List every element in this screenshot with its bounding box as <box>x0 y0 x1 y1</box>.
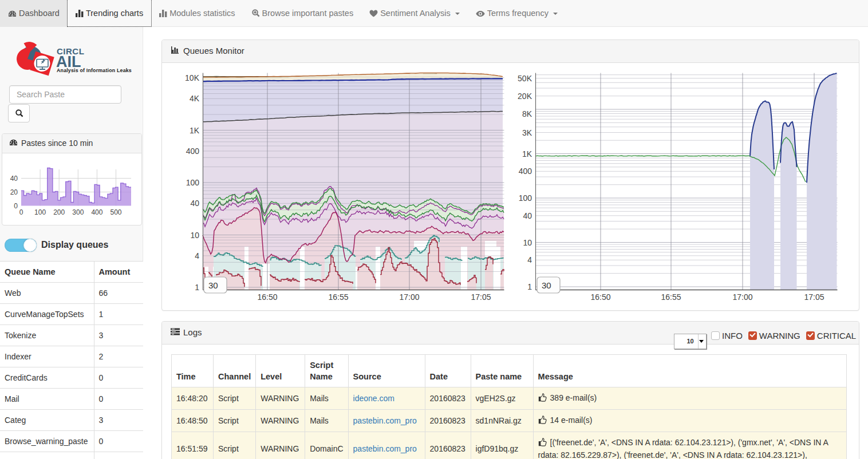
svg-text:1: 1 <box>527 282 532 291</box>
svg-text:16:55: 16:55 <box>661 292 681 302</box>
svg-text:10K: 10K <box>185 73 200 82</box>
svg-text:3K: 3K <box>522 128 532 137</box>
svg-text:4: 4 <box>195 251 199 260</box>
svg-text:500: 500 <box>110 208 121 216</box>
svg-text:0: 0 <box>14 202 18 210</box>
svg-text:40: 40 <box>190 199 199 208</box>
svg-text:17:05: 17:05 <box>804 292 824 302</box>
svg-text:16:50: 16:50 <box>590 292 610 302</box>
svg-text:10: 10 <box>190 231 199 240</box>
svg-text:0: 0 <box>19 208 23 216</box>
svg-text:100: 100 <box>186 178 200 187</box>
svg-text:30: 30 <box>208 280 218 290</box>
svg-text:30: 30 <box>542 280 551 290</box>
svg-text:4K: 4K <box>190 94 200 103</box>
svg-text:200: 200 <box>53 208 65 216</box>
svg-text:400: 400 <box>519 167 532 176</box>
svg-text:Analysis of Information Leaks: Analysis of Information Leaks <box>57 68 132 73</box>
svg-text:4: 4 <box>527 255 532 264</box>
svg-text:10: 10 <box>523 238 532 247</box>
svg-text:8K: 8K <box>522 109 532 118</box>
svg-text:100: 100 <box>519 193 532 203</box>
svg-text:40: 40 <box>10 175 18 183</box>
svg-text:17:00: 17:00 <box>732 292 752 302</box>
svg-text:1: 1 <box>195 283 199 292</box>
svg-text:100: 100 <box>34 208 46 216</box>
svg-text:1K: 1K <box>190 126 200 135</box>
svg-text:400: 400 <box>91 208 102 216</box>
svg-text:1K: 1K <box>522 149 532 159</box>
svg-text:50K: 50K <box>518 74 532 83</box>
svg-text:40: 40 <box>523 211 532 220</box>
svg-text:16:50: 16:50 <box>257 292 277 302</box>
svg-text:20K: 20K <box>518 92 532 101</box>
svg-text:400: 400 <box>186 147 200 156</box>
svg-text:17:05: 17:05 <box>471 292 491 302</box>
svg-text:17:00: 17:00 <box>399 292 419 302</box>
svg-text:300: 300 <box>72 208 84 216</box>
svg-text:20: 20 <box>10 188 18 196</box>
svg-text:16:55: 16:55 <box>328 292 348 302</box>
